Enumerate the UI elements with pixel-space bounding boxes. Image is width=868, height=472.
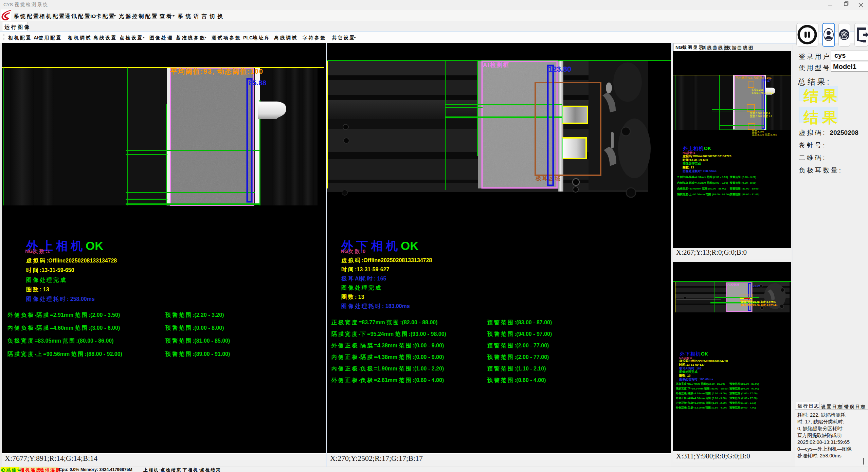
svg-text:预警范围:(0.00 - 8.00): 预警范围:(0.00 - 8.00) [729, 181, 757, 184]
svg-text:内侧正极-隔膜=4.38mm 范围:(0.00 - 9.00: 内侧正极-隔膜=4.38mm 范围:(0.00 - 9.00) [676, 397, 727, 400]
svg-text:正极宽度=83.77mm 范围:(82.00 - 88.00: 正极宽度=83.77mm 范围:(82.00 - 88.00) [675, 382, 725, 385]
svg-text:极耳AI耗时: 165: 极耳AI耗时: 165 [679, 367, 702, 370]
svg-text:负极宽度=83.05mm 范围:(80.00 - 86.00: 负极宽度=83.05mm 范围:(80.00 - 86.00) [677, 187, 726, 190]
svg-text:宽度:0.887 高度:4: 宽度:0.887 高度:4 [750, 112, 770, 115]
svg-text:宽度:1.291: 宽度:1.291 [752, 130, 764, 133]
svg-text:外侧负极-隔膜=2.91mm 范围:(2.00 - 3.50: 外侧负极-隔膜=2.91mm 范围:(2.00 - 3.50) [677, 176, 728, 179]
svg-text:时间:13-31-59-627: 时间:13-31-59-627 [679, 363, 705, 366]
svg-text:圈数: 13: 圈数: 13 [679, 374, 691, 377]
svg-text:外侧正极-隔膜=4.38mm 范围:(0.00 - 9.00: 外侧正极-隔膜=4.38mm 范围:(0.00 - 9.00) [675, 392, 727, 395]
svg-text:85.88: 85.88 [249, 79, 267, 87]
svg-text:圈数: 13: 圈数: 13 [683, 166, 694, 169]
svg-text:图像处理完成: 图像处理完成 [679, 370, 698, 374]
svg-text:宽度:1.221 高度:1.781: 宽度:1.221 高度:1.781 [752, 133, 777, 136]
svg-text:内侧负极-隔膜=4.60mm 范围:(3.00 - 6.00: 内侧负极-隔膜=4.60mm 范围:(3.00 - 6.00) [677, 181, 728, 184]
svg-text:82.47: 82.47 [762, 79, 771, 83]
svg-text:123.80: 123.80 [752, 284, 760, 287]
svg-text:图像处理完成: 图像处理完成 [683, 162, 701, 165]
svg-text:预警范围:(89.00 - 91.00): 预警范围:(89.00 - 91.00) [729, 193, 759, 196]
svg-text:宽度:0.887 高度:1.8: 宽度:0.887 高度:1.8 [750, 115, 772, 118]
svg-text:AI检测框: AI检测框 [483, 62, 509, 68]
svg-text:虚拟码:Offline20250208133134728: 虚拟码:Offline20250208133134728 [682, 155, 731, 158]
svg-text:预警范围:(94.00 - 97.00): 预警范围:(94.00 - 97.00) [729, 387, 759, 390]
svg-text:隔膜宽度-下=95.24mm 范围:(93.00 - 98.: 隔膜宽度-下=95.24mm 范围:(93.00 - 98.00) [676, 387, 728, 390]
svg-text:极耳:宽度25.88 高度:4.075%: 极耳:宽度25.88 高度:4.075% [741, 300, 776, 304]
svg-text:外上相机OK: 外上相机OK [683, 146, 711, 151]
svg-text:预警范围:(83.00 - 87.00): 预警范围:(83.00 - 87.00) [729, 382, 759, 385]
svg-text:外下相机OK: 外下相机OK [680, 351, 708, 357]
svg-text:平均阈值:93, 动态阈值:100: 平均阈值:93, 动态阈值:100 [170, 68, 264, 75]
svg-text:宽度:1.226: 宽度:1.226 [751, 88, 763, 91]
svg-text:预警范围:(2.20 - 3.20): 预警范围:(2.20 - 3.20) [729, 176, 757, 179]
svg-text:预警范围:(81.00 - 85.00): 预警范围:(81.00 - 85.00) [729, 187, 759, 190]
svg-text:虚拟码:Offline20250208133134728: 虚拟码:Offline20250208133134728 [679, 359, 728, 363]
svg-text:内侧正极-负极=1.90mm 范围:(1.00 - 2.20: 内侧正极-负极=1.90mm 范围:(1.00 - 2.20) [676, 401, 727, 404]
svg-text:123.80: 123.80 [548, 65, 571, 73]
svg-text:宽度:1.775 高度:1.8: 宽度:1.775 高度:1.8 [751, 91, 773, 94]
svg-text:时间:13-31-59-650: 时间:13-31-59-650 [683, 158, 708, 162]
svg-text:预警范围:(1.10 - 2.10): 预警范围:(1.10 - 2.10) [729, 401, 756, 404]
svg-text:NG次数:1: NG次数:1 [683, 151, 695, 155]
svg-text:预警范围:(0.60 - 4.00): 预警范围:(0.60 - 4.00) [729, 406, 756, 409]
svg-text:图像处理耗时: 258.00ms: 图像处理耗时: 258.00ms [683, 169, 717, 173]
svg-text:预警范围:(2.00 - 77.00): 预警范围:(2.00 - 77.00) [729, 392, 758, 395]
svg-text:隔膜宽度-上=90.56mm 范围:(88.00 - 92.: 隔膜宽度-上=90.56mm 范围:(88.00 - 92.00) [677, 193, 730, 196]
svg-text:AI检测框: AI检测框 [727, 283, 740, 287]
svg-text:预警范围:(2.00 - 77.00): 预警范围:(2.00 - 77.00) [729, 397, 758, 400]
svg-text:图像处理耗时: 183.00ms: 图像处理耗时: 183.00ms [679, 378, 713, 381]
svg-text:极耳:宽度25.88 高度:4.07%4s: 极耳:宽度25.88 高度:4.07%4s [741, 303, 778, 307]
svg-text:外侧正极-负极=2.61mm 范围:(0.60 - 4.00: 外侧正极-负极=2.61mm 范围:(0.60 - 4.00) [675, 406, 727, 409]
